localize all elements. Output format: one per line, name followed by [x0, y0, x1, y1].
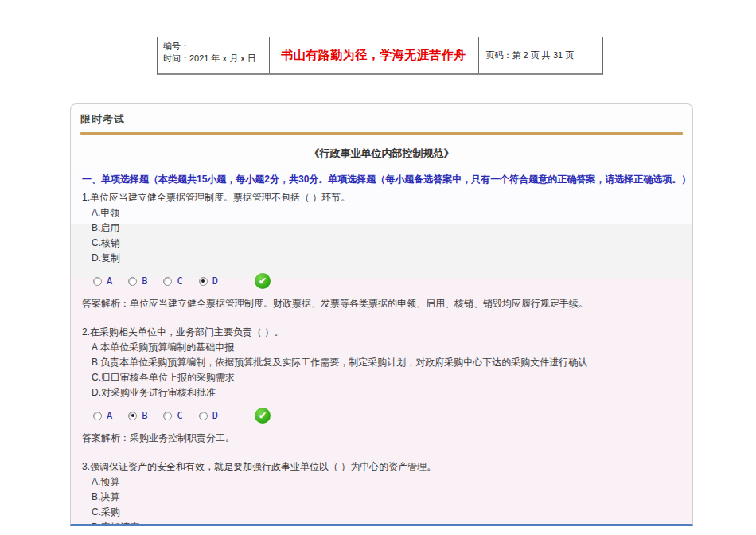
header-motto: 书山有路勤为径，学海无涯苦作舟: [281, 48, 466, 63]
radio-option-a[interactable]: A: [93, 275, 112, 287]
header-number-time-cell: 编号： 时间：2021 年 x 月 x 日: [158, 37, 270, 73]
option-c: C.核销: [80, 236, 683, 251]
header-number-label: 编号：: [163, 41, 269, 53]
option-c: C.归口审核各单位上报的采购需求: [80, 370, 683, 385]
radio-letter: D: [212, 275, 218, 287]
header-table: 编号： 时间：2021 年 x 月 x 日 书山有路勤为径，学海无涯苦作舟 页码…: [157, 37, 603, 75]
radio-option-d[interactable]: D: [199, 410, 218, 421]
header-page-cell: 页码：第 2 页 共 31 页: [479, 37, 602, 73]
question-text: 2.在采购相关单位中，业务部门主要负责（ ）。: [80, 325, 683, 340]
radio-option-b[interactable]: B: [128, 410, 147, 421]
option-a: A.本单位采购预算编制的基础申报: [80, 340, 683, 355]
option-a: A.预算: [80, 474, 683, 490]
radio-letter: A: [107, 275, 112, 287]
answer-radio-row: A B C D ✔: [93, 407, 683, 424]
radio-letter: D: [212, 410, 218, 421]
radio-circle-icon[interactable]: [163, 277, 172, 286]
question-text: 3.强调保证资产的安全和有效，就是要加强行政事业单位以（ ）为中心的资产管理。: [80, 459, 683, 474]
radio-option-a[interactable]: A: [93, 410, 112, 421]
question-block-1: 1.单位应当建立健全票据管理制度。票据管理不包括（ ）环节。 A.申领 B.启用…: [80, 190, 683, 311]
correct-check-icon: ✔: [255, 273, 271, 289]
radio-letter: B: [142, 410, 147, 421]
option-b: B.启用: [80, 221, 683, 236]
radio-circle-icon[interactable]: [128, 277, 137, 286]
header-page-label: 页码：第 2 页 共 31 页: [486, 49, 575, 61]
radio-letter: A: [107, 410, 112, 421]
document-page: 编号： 时间：2021 年 x 月 x 日 书山有路勤为径，学海无涯苦作舟 页码…: [0, 0, 756, 535]
question-text: 1.单位应当建立健全票据管理制度。票据管理不包括（ ）环节。: [80, 190, 683, 205]
radio-circle-icon[interactable]: [128, 412, 137, 420]
radio-letter: C: [177, 275, 182, 287]
option-d: D.对采购业务进行审核和批准: [80, 385, 683, 400]
answer-analysis: 答案解析：单位应当建立健全票据管理制度。财政票据、发票等各类票据的申领、启用、核…: [80, 296, 683, 311]
option-b: B.决算: [80, 490, 683, 505]
option-c: C.采购: [80, 505, 683, 520]
radio-circle-icon[interactable]: [163, 412, 172, 420]
paper-title: 《行政事业单位内部控制规范》: [80, 146, 683, 161]
radio-circle-icon[interactable]: [199, 277, 208, 286]
exam-box-title: 限时考试: [80, 112, 683, 127]
option-a: A.申领: [80, 205, 683, 221]
question-block-2: 2.在采购相关单位中，业务部门主要负责（ ）。 A.本单位采购预算编制的基础申报…: [80, 325, 683, 446]
question-block-3: 3.强调保证资产的安全和有效，就是要加强行政事业单位以（ ）为中心的资产管理。 …: [80, 459, 683, 526]
option-d: D.定期清查: [80, 520, 683, 526]
radio-letter: B: [142, 275, 147, 287]
exam-panel: 限时考试 《行政事业单位内部控制规范》 一、单项选择题（本类题共15小题，每小题…: [70, 103, 693, 526]
radio-circle-icon[interactable]: [199, 412, 208, 420]
radio-option-d[interactable]: D: [199, 275, 218, 287]
radio-option-c[interactable]: C: [163, 275, 182, 287]
option-d: D.复制: [80, 251, 683, 266]
header-motto-cell: 书山有路勤为径，学海无涯苦作舟: [270, 37, 479, 73]
radio-letter: C: [177, 410, 182, 421]
radio-option-b[interactable]: B: [128, 275, 147, 287]
correct-check-icon: ✔: [255, 408, 271, 424]
header-time-label: 时间：2021 年 x 月 x 日: [163, 53, 269, 64]
radio-circle-icon[interactable]: [93, 277, 102, 286]
answer-analysis: 答案解析：采购业务控制职责分工。: [80, 431, 683, 446]
title-divider-rule: [80, 132, 683, 135]
radio-circle-icon[interactable]: [93, 412, 102, 420]
radio-option-c[interactable]: C: [163, 410, 182, 421]
section-header: 一、单项选择题（本类题共15小题，每小题2分，共30分。单项选择题（每小题备选答…: [80, 173, 683, 186]
option-b: B.负责本单位采购预算编制，依据预算批复及实际工作需要，制定采购计划，对政府采购…: [80, 355, 683, 370]
answer-radio-row: A B C D ✔: [93, 272, 683, 290]
